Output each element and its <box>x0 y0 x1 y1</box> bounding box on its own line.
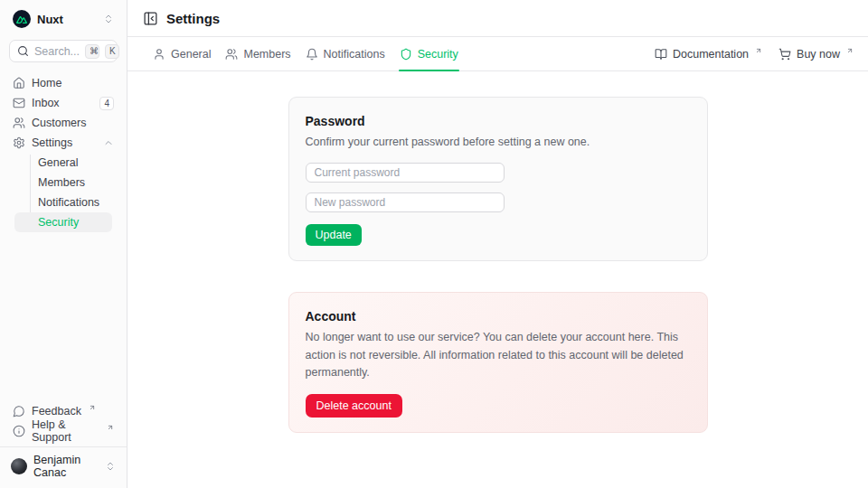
tab-members[interactable]: Members <box>224 37 291 70</box>
sidebar: Nuxt Search... ⌘ K Home <box>0 0 127 488</box>
chevrons-up-down-icon <box>105 461 116 472</box>
search-icon <box>17 45 29 57</box>
kbd-cmd: ⌘ <box>85 44 99 59</box>
sidebar-item-security[interactable]: Security <box>14 212 112 232</box>
tab-label: General <box>171 48 211 61</box>
kbd-k: K <box>105 44 119 59</box>
sidebar-item-settings[interactable]: Settings <box>7 133 119 153</box>
help-support-link[interactable]: Help & Support <box>7 421 119 441</box>
settings-content: Password Confirm your current password b… <box>127 71 868 488</box>
sidebar-footer-links: Feedback Help & Support <box>7 401 119 441</box>
team-name: Nuxt <box>37 13 63 26</box>
tab-notifications[interactable]: Notifications <box>305 37 386 70</box>
page-title: Settings <box>166 11 220 26</box>
shield-icon <box>400 48 412 61</box>
new-password-field[interactable] <box>306 192 505 212</box>
account-card: Account No longer want to use our servic… <box>288 292 708 432</box>
users-icon <box>225 48 238 61</box>
sidebar-item-customers[interactable]: Customers <box>7 113 119 133</box>
sidebar-bottom: Feedback Help & Support <box>0 401 127 488</box>
header-links: Documentation Buy now <box>655 37 854 70</box>
sidebar-item-label: Home <box>32 77 61 89</box>
sidebar-nav: Home Inbox 4 Customers Settings <box>7 73 119 232</box>
sidebar-item-label: Members <box>38 176 85 189</box>
sidebar-item-label: Settings <box>32 136 72 149</box>
tab-label: Members <box>243 48 290 61</box>
tab-label: Notifications <box>324 48 385 61</box>
external-link-icon <box>755 47 762 54</box>
main-panel: Settings General Members <box>127 0 868 488</box>
sidebar-item-notifications[interactable]: Notifications <box>14 192 112 212</box>
account-card-title: Account <box>306 309 691 324</box>
chevrons-up-down-icon <box>103 14 114 24</box>
external-link-icon <box>107 424 114 431</box>
toplink-label: Buy now <box>797 48 840 61</box>
info-circle-icon <box>13 425 25 437</box>
sidebar-item-label: Security <box>38 216 79 229</box>
nuxt-logo-icon <box>13 10 31 28</box>
sidebar-item-label: General <box>38 156 78 169</box>
gear-icon <box>13 136 25 149</box>
inbox-icon <box>13 97 25 109</box>
external-link-icon <box>846 47 854 54</box>
documentation-link[interactable]: Documentation <box>655 48 762 61</box>
inbox-count-badge: 4 <box>99 97 114 110</box>
user-name: Benjamin Canac <box>33 454 99 479</box>
sidebar-item-label: Inbox <box>32 97 60 109</box>
user-menu[interactable]: Benjamin Canac <box>9 452 118 481</box>
page-header: Settings <box>127 0 868 37</box>
external-link-icon <box>89 404 96 411</box>
password-card-title: Password <box>306 114 691 128</box>
password-card: Password Confirm your current password b… <box>288 97 708 261</box>
collapse-sidebar-icon[interactable] <box>143 11 158 26</box>
sidebar-item-members[interactable]: Members <box>14 173 112 192</box>
user-avatar <box>11 458 27 474</box>
buy-now-link[interactable]: Buy now <box>778 48 854 61</box>
book-open-icon <box>655 48 667 61</box>
password-card-description: Confirm your current password before set… <box>306 134 691 151</box>
toplink-label: Documentation <box>673 48 749 61</box>
sidebar-item-home[interactable]: Home <box>7 73 119 93</box>
shopping-cart-icon <box>778 48 791 61</box>
current-password-field[interactable] <box>306 163 505 183</box>
account-card-description: No longer want to use our service? You c… <box>306 329 691 381</box>
sidebar-item-label: Customers <box>32 117 86 129</box>
tabs: General Members Notifications <box>152 37 459 70</box>
sidebar-item-label: Notifications <box>38 196 99 209</box>
footer-link-label: Help & Support <box>32 418 99 444</box>
tab-label: Security <box>418 48 458 61</box>
sidebar-item-general[interactable]: General <box>14 153 112 173</box>
footer-link-label: Feedback <box>32 405 81 418</box>
tab-general[interactable]: General <box>152 37 212 70</box>
chevron-up-icon <box>103 137 114 148</box>
app-window: Nuxt Search... ⌘ K Home <box>0 0 868 488</box>
home-icon <box>13 77 25 89</box>
update-password-button[interactable]: Update <box>306 224 362 246</box>
search-placeholder: Search... <box>34 45 80 58</box>
search-input[interactable]: Search... ⌘ K <box>9 40 118 62</box>
sidebar-divider <box>0 446 127 447</box>
password-form: Update <box>306 163 691 246</box>
user-icon <box>153 48 165 61</box>
sidebar-item-inbox[interactable]: Inbox 4 <box>7 93 119 113</box>
delete-account-button[interactable]: Delete account <box>306 394 402 418</box>
bell-icon <box>306 48 318 61</box>
settings-tabbar: General Members Notifications <box>127 37 868 71</box>
message-circle-icon <box>13 405 25 418</box>
team-selector[interactable]: Nuxt <box>9 8 118 30</box>
users-icon <box>13 117 25 129</box>
tab-security[interactable]: Security <box>399 37 459 70</box>
settings-subnav: General Members Notifications Security <box>14 153 112 232</box>
